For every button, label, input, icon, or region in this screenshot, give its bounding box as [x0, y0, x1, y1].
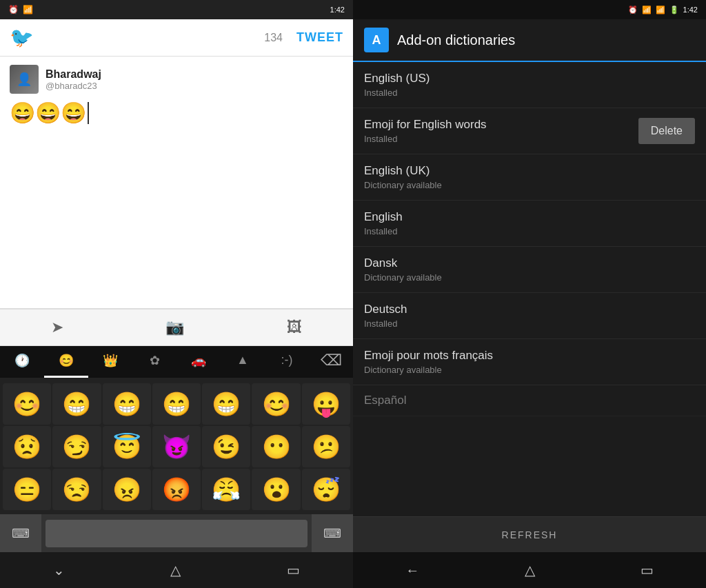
keyboard-bottom: ⌨ ⌨: [0, 514, 353, 552]
emoji-cell[interactable]: 😶: [252, 426, 300, 467]
emoji-cell[interactable]: 😇: [103, 426, 151, 467]
dict-item-deutsch[interactable]: Deutsch Installed: [353, 293, 706, 339]
emoji-cell[interactable]: 😁: [152, 383, 201, 425]
dict-item-name: Dansk: [364, 256, 442, 270]
emoji-cell[interactable]: 😊: [3, 383, 51, 425]
recents-icon[interactable]: ▭: [287, 562, 300, 578]
twitter-logo-icon: 🐦: [10, 26, 34, 49]
dict-item-partial: Español: [353, 385, 706, 416]
dict-list: English (US) Installed Emoji for English…: [353, 62, 706, 516]
user-name: Bharadwaj: [46, 68, 101, 81]
keyboard-icon-left[interactable]: ⌨: [0, 514, 41, 552]
emoji-cell[interactable]: 😮: [252, 469, 300, 510]
emoji-cell[interactable]: 😠: [103, 469, 151, 510]
spacebar[interactable]: [46, 520, 307, 547]
home-icon[interactable]: △: [170, 562, 181, 578]
dict-item-emoji-french[interactable]: Emoji pour mots français Dictionary avai…: [353, 339, 706, 385]
emoji-tab-symbols[interactable]: :-): [265, 345, 309, 378]
keyboard-right-icon: ⌨: [323, 526, 341, 541]
right-home-icon[interactable]: △: [525, 562, 535, 578]
refresh-bar: REFRESH: [353, 516, 706, 552]
emoji-tab-nature[interactable]: ✿: [132, 345, 176, 378]
emoji-cell[interactable]: 😤: [202, 469, 250, 510]
emoji-tab-recent[interactable]: 🕐: [0, 345, 44, 378]
keyboard-left-icon: ⌨: [12, 526, 30, 541]
emoji-cell[interactable]: 😏: [52, 426, 101, 467]
emoji-tab-play[interactable]: ▲: [221, 345, 265, 378]
emoji-cell[interactable]: 😛: [302, 383, 350, 425]
emoji-cell[interactable]: 😉: [202, 426, 250, 467]
image-icon[interactable]: 🖼: [287, 318, 302, 336]
emoji-cell[interactable]: 😡: [152, 469, 201, 510]
dict-item-status: Installed: [364, 88, 430, 98]
avatar: 👤: [10, 65, 39, 94]
keyboard-icon-right[interactable]: ⌨: [312, 514, 353, 552]
user-info: Bharadwaj @bharadc23: [46, 68, 101, 91]
refresh-button[interactable]: REFRESH: [502, 529, 558, 540]
dict-item-name: English (UK): [364, 164, 442, 178]
emoji-cell[interactable]: 😁: [103, 383, 151, 425]
user-row: 👤 Bharadwaj @bharadc23: [10, 65, 343, 94]
dict-item-name: Deutsch: [364, 303, 407, 316]
emoji-cell[interactable]: 😁: [52, 383, 101, 425]
dict-header-icon: A: [364, 28, 389, 52]
dict-item-english[interactable]: English Installed: [353, 201, 706, 247]
right-recents-icon[interactable]: ▭: [641, 562, 654, 578]
emoji-cell[interactable]: 😁: [202, 383, 250, 425]
typed-emojis: 😄😄😄: [10, 101, 343, 125]
camera-icon[interactable]: 📷: [165, 318, 184, 336]
backspace-icon[interactable]: ⌫: [309, 345, 353, 378]
right-status-bar: ⏰ 📶 📶 🔋 1:42: [353, 0, 706, 19]
wifi-icon: 📶: [23, 5, 33, 14]
right-back-icon[interactable]: ←: [405, 562, 419, 578]
action-bar: ➤ 📷 🖼: [0, 309, 353, 346]
dict-item-emoji-english[interactable]: Emoji for English words Installed Delete: [353, 108, 706, 154]
emoji-tab-faces[interactable]: 😊: [44, 345, 88, 378]
dict-item-status: Dictionary available: [364, 365, 493, 375]
dict-item-info: Emoji pour mots français Dictionary avai…: [364, 349, 493, 375]
delete-button[interactable]: Delete: [638, 118, 695, 144]
emoji-tab-crown[interactable]: 👑: [88, 345, 132, 378]
emoji-cell[interactable]: 😟: [3, 426, 51, 467]
emoji-tab-travel[interactable]: 🚗: [176, 345, 221, 378]
alarm-icon: ⏰: [8, 5, 19, 14]
emoji-cell[interactable]: 😑: [3, 469, 51, 510]
emoji-cell[interactable]: 😒: [52, 469, 101, 510]
dict-item-info: English (US) Installed: [364, 72, 430, 98]
status-icons-left: ⏰ 📶: [8, 5, 33, 14]
compose-area[interactable]: 👤 Bharadwaj @bharadc23 😄😄😄: [0, 57, 353, 309]
dict-item-partial-name: Español: [364, 394, 406, 407]
emoji-keyboard: 🕐 😊 👑 ✿ 🚗 ▲ :-) ⌫ 😊 😁 😁 😁 😁 😊 😛 😟 😏 😇 😈 …: [0, 346, 353, 552]
dict-item-name: Emoji pour mots français: [364, 349, 493, 363]
emoji-cell[interactable]: 😕: [302, 426, 350, 467]
dict-item-info: English (UK) Dictionary available: [364, 164, 442, 190]
left-status-bar: ⏰ 📶 1:42: [0, 0, 353, 19]
back-icon[interactable]: ⌄: [53, 562, 65, 578]
emoji-cell[interactable]: 😊: [252, 383, 300, 425]
left-time: 1:42: [330, 6, 345, 14]
dict-item-info: Emoji for English words Installed: [364, 118, 487, 144]
dict-item-info: Deutsch Installed: [364, 303, 407, 329]
user-handle: @bharadc23: [46, 81, 101, 91]
dict-item-status: Installed: [364, 318, 407, 329]
dict-item-english-us[interactable]: English (US) Installed: [353, 62, 706, 108]
dict-item-dansk[interactable]: Dansk Dictionary available: [353, 247, 706, 293]
emoji-cell[interactable]: 😴: [302, 469, 350, 510]
right-panel: ⏰ 📶 📶 🔋 1:42 A Add-on dictionaries Engli…: [353, 0, 706, 588]
send-icon[interactable]: ➤: [51, 318, 63, 336]
dict-item-info: Dansk Dictionary available: [364, 256, 442, 283]
dict-item-name: English (US): [364, 72, 430, 85]
right-wifi-icon: 📶: [642, 6, 652, 14]
left-panel: ⏰ 📶 1:42 🐦 134 TWEET 👤 Bharadwaj @bharad…: [0, 0, 353, 588]
dict-item-status: Installed: [364, 134, 487, 144]
right-time: 1:42: [683, 6, 698, 14]
twitter-header: 🐦 134 TWEET: [0, 19, 353, 57]
dict-item-name: Emoji for English words: [364, 118, 487, 132]
tweet-button[interactable]: TWEET: [296, 30, 343, 45]
right-signal-icon: 📶: [656, 6, 665, 14]
text-cursor: [88, 102, 89, 124]
emoji-cell[interactable]: 😈: [152, 426, 201, 467]
right-alarm-icon: ⏰: [628, 6, 638, 14]
status-icons-right: 1:42: [330, 6, 345, 14]
dict-item-english-uk[interactable]: English (UK) Dictionary available: [353, 154, 706, 201]
